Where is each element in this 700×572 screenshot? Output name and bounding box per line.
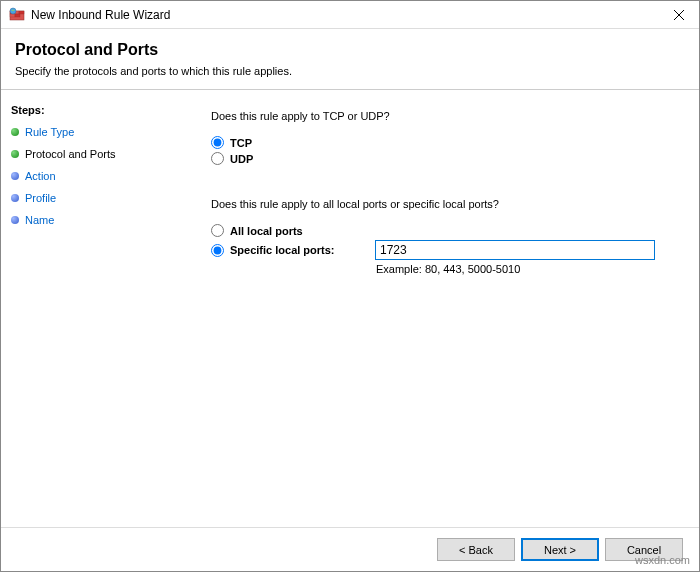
step-action[interactable]: Action — [11, 170, 171, 182]
radio-tcp[interactable] — [211, 136, 224, 149]
specific-ports-input[interactable] — [375, 240, 655, 260]
page-title: Protocol and Ports — [15, 41, 685, 59]
firewall-icon — [9, 7, 25, 23]
radio-all-ports[interactable] — [211, 224, 224, 237]
step-label: Rule Type — [25, 126, 74, 138]
next-button[interactable]: Next > — [521, 538, 599, 561]
wizard-header: Protocol and Ports Specify the protocols… — [1, 29, 699, 90]
question-ports: Does this rule apply to all local ports … — [211, 198, 669, 210]
ports-example-text: Example: 80, 443, 5000-5010 — [376, 263, 669, 275]
wizard-window: New Inbound Rule Wizard Protocol and Por… — [0, 0, 700, 572]
radio-specific-ports-label: Specific local ports: — [230, 244, 375, 256]
watermark-text: wsxdn.com — [635, 554, 690, 566]
radio-all-ports-label: All local ports — [230, 225, 303, 237]
close-button[interactable] — [659, 1, 699, 29]
svg-rect-5 — [15, 14, 20, 17]
radio-udp-row[interactable]: UDP — [211, 152, 669, 165]
radio-tcp-label: TCP — [230, 137, 252, 149]
steps-heading: Steps: — [11, 104, 171, 116]
bullet-icon — [11, 150, 19, 158]
bullet-icon — [11, 172, 19, 180]
window-title: New Inbound Rule Wizard — [31, 8, 659, 22]
wizard-footer: < Back Next > Cancel — [1, 527, 699, 571]
step-rule-type[interactable]: Rule Type — [11, 126, 171, 138]
step-label: Action — [25, 170, 56, 182]
step-label: Profile — [25, 192, 56, 204]
close-icon — [674, 10, 684, 20]
wizard-body: Steps: Rule Type Protocol and Ports Acti… — [1, 90, 699, 527]
titlebar: New Inbound Rule Wizard — [1, 1, 699, 29]
back-button[interactable]: < Back — [437, 538, 515, 561]
bullet-icon — [11, 128, 19, 136]
step-label: Protocol and Ports — [25, 148, 116, 160]
page-subtitle: Specify the protocols and ports to which… — [15, 65, 685, 77]
radio-tcp-row[interactable]: TCP — [211, 136, 669, 149]
step-label: Name — [25, 214, 54, 226]
steps-sidebar: Steps: Rule Type Protocol and Ports Acti… — [1, 90, 181, 527]
svg-rect-3 — [19, 11, 24, 14]
radio-all-ports-row[interactable]: All local ports — [211, 224, 669, 237]
radio-specific-ports-row: Specific local ports: — [211, 240, 669, 260]
svg-rect-4 — [10, 14, 15, 17]
radio-udp-label: UDP — [230, 153, 253, 165]
wizard-main: Does this rule apply to TCP or UDP? TCP … — [181, 90, 699, 527]
step-profile[interactable]: Profile — [11, 192, 171, 204]
bullet-icon — [11, 194, 19, 202]
question-protocol: Does this rule apply to TCP or UDP? — [211, 110, 669, 122]
step-name[interactable]: Name — [11, 214, 171, 226]
radio-udp[interactable] — [211, 152, 224, 165]
bullet-icon — [11, 216, 19, 224]
radio-specific-ports[interactable] — [211, 244, 224, 257]
step-protocol-and-ports[interactable]: Protocol and Ports — [11, 148, 171, 160]
